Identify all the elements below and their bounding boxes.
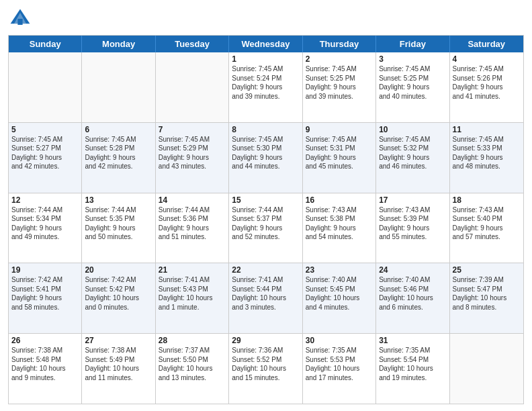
day-number: 6 <box>85 125 152 134</box>
day-cell-13: 13Sunrise: 7:44 AM Sunset: 5:35 PM Dayli… <box>82 193 155 263</box>
day-number: 10 <box>379 125 446 134</box>
day-detail: Sunrise: 7:45 AM Sunset: 5:33 PM Dayligh… <box>453 135 521 171</box>
empty-cell <box>9 52 82 122</box>
day-cell-31: 31Sunrise: 7:35 AM Sunset: 5:54 PM Dayli… <box>376 334 449 404</box>
day-detail: Sunrise: 7:43 AM Sunset: 5:39 PM Dayligh… <box>379 205 446 242</box>
day-detail: Sunrise: 7:44 AM Sunset: 5:37 PM Dayligh… <box>232 205 299 242</box>
day-cell-6: 6Sunrise: 7:45 AM Sunset: 5:28 PM Daylig… <box>82 123 155 193</box>
day-number: 29 <box>232 336 299 345</box>
day-cell-8: 8Sunrise: 7:45 AM Sunset: 5:30 PM Daylig… <box>229 123 302 193</box>
day-detail: Sunrise: 7:45 AM Sunset: 5:32 PM Dayligh… <box>379 135 446 171</box>
day-detail: Sunrise: 7:45 AM Sunset: 5:27 PM Dayligh… <box>11 135 79 171</box>
day-cell-1: 1Sunrise: 7:45 AM Sunset: 5:24 PM Daylig… <box>229 52 302 122</box>
day-number: 28 <box>159 336 226 345</box>
day-detail: Sunrise: 7:45 AM Sunset: 5:26 PM Dayligh… <box>453 64 521 101</box>
calendar: SundayMondayTuesdayWednesdayThursdayFrid… <box>8 35 524 404</box>
day-detail: Sunrise: 7:45 AM Sunset: 5:29 PM Dayligh… <box>159 135 226 171</box>
calendar-body: 1Sunrise: 7:45 AM Sunset: 5:24 PM Daylig… <box>9 52 523 404</box>
day-number: 14 <box>159 195 226 205</box>
day-number: 2 <box>306 54 373 64</box>
day-detail: Sunrise: 7:43 AM Sunset: 5:40 PM Dayligh… <box>453 205 521 242</box>
day-cell-4: 4Sunrise: 7:45 AM Sunset: 5:26 PM Daylig… <box>450 52 523 122</box>
day-cell-19: 19Sunrise: 7:42 AM Sunset: 5:41 PM Dayli… <box>9 263 82 333</box>
day-number: 20 <box>85 265 152 275</box>
day-detail: Sunrise: 7:40 AM Sunset: 5:45 PM Dayligh… <box>306 275 373 312</box>
calendar-row-0: 1Sunrise: 7:45 AM Sunset: 5:24 PM Daylig… <box>9 52 523 123</box>
day-number: 9 <box>306 125 373 134</box>
day-detail: Sunrise: 7:45 AM Sunset: 5:28 PM Dayligh… <box>85 135 152 171</box>
day-detail: Sunrise: 7:45 AM Sunset: 5:25 PM Dayligh… <box>379 64 446 101</box>
day-detail: Sunrise: 7:37 AM Sunset: 5:50 PM Dayligh… <box>159 346 226 382</box>
day-cell-22: 22Sunrise: 7:41 AM Sunset: 5:44 PM Dayli… <box>229 263 302 333</box>
day-cell-26: 26Sunrise: 7:38 AM Sunset: 5:48 PM Dayli… <box>9 334 82 404</box>
day-detail: Sunrise: 7:42 AM Sunset: 5:41 PM Dayligh… <box>11 275 79 312</box>
empty-cell <box>450 334 523 404</box>
day-number: 13 <box>85 195 152 205</box>
calendar-row-3: 19Sunrise: 7:42 AM Sunset: 5:41 PM Dayli… <box>9 263 523 334</box>
page: SundayMondayTuesdayWednesdayThursdayFrid… <box>0 0 532 411</box>
day-cell-2: 2Sunrise: 7:45 AM Sunset: 5:25 PM Daylig… <box>303 52 376 122</box>
day-cell-21: 21Sunrise: 7:41 AM Sunset: 5:43 PM Dayli… <box>156 263 229 333</box>
day-detail: Sunrise: 7:44 AM Sunset: 5:35 PM Dayligh… <box>85 205 152 242</box>
day-detail: Sunrise: 7:45 AM Sunset: 5:30 PM Dayligh… <box>232 135 299 171</box>
day-cell-17: 17Sunrise: 7:43 AM Sunset: 5:39 PM Dayli… <box>376 193 449 263</box>
empty-cell <box>82 52 155 122</box>
day-number: 24 <box>379 265 446 275</box>
day-cell-23: 23Sunrise: 7:40 AM Sunset: 5:45 PM Dayli… <box>303 263 376 333</box>
day-number: 15 <box>232 195 299 205</box>
day-cell-18: 18Sunrise: 7:43 AM Sunset: 5:40 PM Dayli… <box>450 193 523 263</box>
day-detail: Sunrise: 7:38 AM Sunset: 5:49 PM Dayligh… <box>85 346 152 382</box>
day-number: 12 <box>11 195 79 205</box>
day-number: 21 <box>159 265 226 275</box>
day-detail: Sunrise: 7:44 AM Sunset: 5:36 PM Dayligh… <box>159 205 226 242</box>
day-number: 18 <box>453 195 521 205</box>
day-number: 16 <box>306 195 373 205</box>
day-cell-20: 20Sunrise: 7:42 AM Sunset: 5:42 PM Dayli… <box>82 263 155 333</box>
day-cell-28: 28Sunrise: 7:37 AM Sunset: 5:50 PM Dayli… <box>156 334 229 404</box>
day-number: 26 <box>11 336 79 345</box>
day-cell-29: 29Sunrise: 7:36 AM Sunset: 5:52 PM Dayli… <box>229 334 302 404</box>
day-detail: Sunrise: 7:42 AM Sunset: 5:42 PM Dayligh… <box>85 275 152 312</box>
day-number: 8 <box>232 125 299 134</box>
day-detail: Sunrise: 7:41 AM Sunset: 5:43 PM Dayligh… <box>159 275 226 312</box>
header-day-friday: Friday <box>376 36 449 52</box>
day-number: 25 <box>453 265 521 275</box>
day-number: 22 <box>232 265 299 275</box>
day-cell-24: 24Sunrise: 7:40 AM Sunset: 5:46 PM Dayli… <box>376 263 449 333</box>
day-number: 7 <box>159 125 226 134</box>
header-day-saturday: Saturday <box>450 36 523 52</box>
logo <box>8 7 35 31</box>
day-number: 4 <box>453 54 521 64</box>
day-cell-16: 16Sunrise: 7:43 AM Sunset: 5:38 PM Dayli… <box>303 193 376 263</box>
day-cell-9: 9Sunrise: 7:45 AM Sunset: 5:31 PM Daylig… <box>303 123 376 193</box>
day-number: 1 <box>232 54 299 64</box>
header-day-thursday: Thursday <box>303 36 376 52</box>
day-cell-3: 3Sunrise: 7:45 AM Sunset: 5:25 PM Daylig… <box>376 52 449 122</box>
day-cell-12: 12Sunrise: 7:44 AM Sunset: 5:34 PM Dayli… <box>9 193 82 263</box>
day-number: 17 <box>379 195 446 205</box>
header-day-wednesday: Wednesday <box>229 36 302 52</box>
empty-cell <box>156 52 229 122</box>
day-number: 31 <box>379 336 446 345</box>
logo-icon <box>8 7 32 31</box>
day-cell-7: 7Sunrise: 7:45 AM Sunset: 5:29 PM Daylig… <box>156 123 229 193</box>
day-number: 30 <box>306 336 373 345</box>
day-detail: Sunrise: 7:35 AM Sunset: 5:53 PM Dayligh… <box>306 346 373 382</box>
day-cell-30: 30Sunrise: 7:35 AM Sunset: 5:53 PM Dayli… <box>303 334 376 404</box>
calendar-row-1: 5Sunrise: 7:45 AM Sunset: 5:27 PM Daylig… <box>9 123 523 193</box>
day-cell-10: 10Sunrise: 7:45 AM Sunset: 5:32 PM Dayli… <box>376 123 449 193</box>
day-detail: Sunrise: 7:41 AM Sunset: 5:44 PM Dayligh… <box>232 275 299 312</box>
header-day-tuesday: Tuesday <box>156 36 229 52</box>
day-detail: Sunrise: 7:35 AM Sunset: 5:54 PM Dayligh… <box>379 346 446 382</box>
day-cell-11: 11Sunrise: 7:45 AM Sunset: 5:33 PM Dayli… <box>450 123 523 193</box>
day-detail: Sunrise: 7:45 AM Sunset: 5:24 PM Dayligh… <box>232 64 299 101</box>
header-day-monday: Monday <box>82 36 155 52</box>
day-number: 27 <box>85 336 152 345</box>
calendar-row-4: 26Sunrise: 7:38 AM Sunset: 5:48 PM Dayli… <box>9 334 523 404</box>
day-number: 23 <box>306 265 373 275</box>
day-cell-25: 25Sunrise: 7:39 AM Sunset: 5:47 PM Dayli… <box>450 263 523 333</box>
header-day-sunday: Sunday <box>9 36 82 52</box>
day-cell-27: 27Sunrise: 7:38 AM Sunset: 5:49 PM Dayli… <box>82 334 155 404</box>
header <box>8 7 524 31</box>
day-cell-15: 15Sunrise: 7:44 AM Sunset: 5:37 PM Dayli… <box>229 193 302 263</box>
